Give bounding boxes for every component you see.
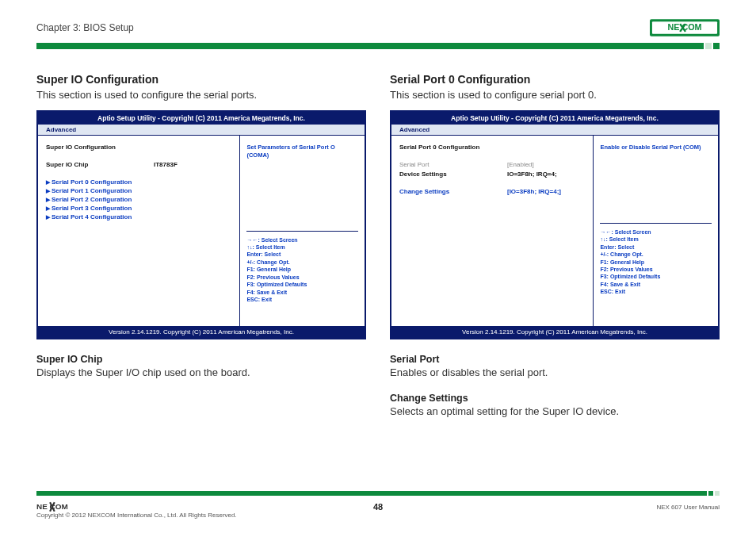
- key-hint: F1: General Help: [600, 259, 712, 266]
- triangle-icon: ▶: [46, 197, 50, 203]
- bios-right-pane: Enable or Disable Serial Port (COM) →←: …: [594, 136, 718, 326]
- key-hint: F2: Previous Values: [600, 266, 712, 273]
- bios-section-title: Super IO Configuration: [46, 144, 154, 151]
- bios-body: Super IO Configuration Super IO Chip IT8…: [38, 136, 365, 326]
- nav-serial-port-4[interactable]: ▶Serial Port 4 Configuration: [46, 213, 231, 220]
- device-settings-value: IO=3F8h; IRQ=4;: [507, 171, 585, 178]
- bios-tab-advanced[interactable]: Advanced: [395, 125, 434, 135]
- key-hint: →←: Select Screen: [600, 228, 712, 236]
- bios-left-pane: Super IO Configuration Super IO Chip IT8…: [38, 136, 240, 326]
- sub-text: Selects an optimal setting for the Super…: [390, 405, 720, 417]
- left-title: Super IO Configuration: [36, 73, 366, 86]
- bios-tab-advanced[interactable]: Advanced: [41, 125, 81, 135]
- footer-rule: [36, 491, 720, 497]
- bios-left-pane: Serial Port 0 Configuration Serial Port …: [391, 136, 594, 326]
- right-intro: This section is used to configure serial…: [390, 89, 720, 101]
- bios-footer: Version 2.14.1219. Copyright (C) 2011 Am…: [38, 326, 365, 338]
- triangle-icon: ▶: [46, 205, 50, 212]
- key-hint: +/-: Change Opt.: [600, 251, 712, 258]
- right-title: Serial Port 0 Configuration: [390, 73, 720, 86]
- key-hint: ESC: Exit: [246, 296, 358, 303]
- sub-title: Change Settings: [390, 393, 720, 404]
- bios-tabs: Advanced: [391, 125, 718, 136]
- sub-text: Enables or disables the serial port.: [390, 366, 720, 378]
- nav-label: Serial Port 0 Configuration: [52, 178, 132, 186]
- nav-label: Serial Port 4 Configuration: [52, 213, 132, 220]
- sub-title: Super IO Chip: [36, 354, 366, 365]
- key-hint: ↑↓: Select Item: [600, 236, 712, 243]
- left-column: Super IO Configuration This section is u…: [36, 73, 366, 417]
- key-hint: F3: Optimized Defaults: [246, 281, 358, 288]
- nav-serial-port-2[interactable]: ▶Serial Port 2 Configuration: [46, 196, 231, 203]
- key-hint: F1: General Help: [246, 266, 358, 273]
- key-hint: F3: Optimized Defaults: [600, 273, 712, 280]
- right-sub-2: Change Settings Selects an optimal setti…: [390, 393, 720, 417]
- chapter-label: Chapter 3: BIOS Setup: [36, 22, 134, 33]
- nav-serial-port-0[interactable]: ▶Serial Port 0 Configuration: [46, 178, 231, 186]
- page: Chapter 3: BIOS Setup NE COM Super IO Co…: [0, 0, 756, 533]
- bios-section-title: Serial Port 0 Configuration: [399, 144, 507, 151]
- page-footer: NE COM 48 NEX 607 User Manual Copyright …: [36, 491, 720, 519]
- manual-name: NEX 607 User Manual: [656, 504, 720, 511]
- serial-port-label: Serial Port: [399, 161, 507, 168]
- sub-text: Displays the Super I/O chip used on the …: [36, 366, 366, 378]
- key-hint: F4: Save & Exit: [600, 281, 712, 288]
- nav-serial-port-3[interactable]: ▶Serial Port 3 Configuration: [46, 205, 231, 212]
- nav-label: Serial Port 2 Configuration: [52, 196, 132, 203]
- top-bar: Chapter 3: BIOS Setup NE COM: [36, 17, 720, 38]
- bios-help-text: Set Parameters of Serial Port O (COMA): [246, 144, 358, 159]
- triangle-icon: ▶: [46, 214, 50, 220]
- header-rule: [36, 43, 720, 54]
- bios-panel-superio: Aptio Setup Utility - Copyright (C) 2011…: [36, 110, 366, 339]
- bios-key-help: →←: Select Screen ↑↓: Select Item Enter:…: [246, 231, 358, 304]
- key-hint: →←: Select Screen: [246, 236, 358, 243]
- bios-body: Serial Port 0 Configuration Serial Port …: [391, 136, 718, 326]
- left-sub-1: Super IO Chip Displays the Super I/O chi…: [36, 354, 366, 378]
- bios-footer: Version 2.14.1219. Copyright (C) 2011 Am…: [391, 326, 718, 338]
- bios-header: Aptio Setup Utility - Copyright (C) 2011…: [38, 112, 365, 125]
- key-hint: +/-: Change Opt.: [246, 259, 358, 266]
- change-settings-value[interactable]: [IO=3F8h; IRQ=4;]: [507, 188, 585, 195]
- chip-value: IT8783F: [154, 161, 231, 168]
- page-number: 48: [373, 502, 383, 512]
- bios-header: Aptio Setup Utility - Copyright (C) 2011…: [391, 112, 718, 125]
- nav-label: Serial Port 1 Configuration: [52, 187, 132, 194]
- nav-serial-port-1[interactable]: ▶Serial Port 1 Configuration: [46, 187, 231, 194]
- bios-help-text: Enable or Disable Serial Port (COM): [600, 144, 712, 151]
- bios-panel-serial0: Aptio Setup Utility - Copyright (C) 2011…: [390, 110, 720, 339]
- bios-key-help: →←: Select Screen ↑↓: Select Item Enter:…: [600, 223, 712, 296]
- key-hint: Enter: Select: [246, 251, 358, 258]
- bios-right-pane: Set Parameters of Serial Port O (COMA) →…: [240, 136, 365, 326]
- key-hint: ↑↓: Select Item: [246, 243, 358, 251]
- nexcom-logo: NE COM: [650, 19, 720, 36]
- right-column: Serial Port 0 Configuration This section…: [390, 73, 720, 417]
- bios-tabs: Advanced: [38, 125, 365, 136]
- sub-title: Serial Port: [390, 354, 720, 365]
- right-sub-1: Serial Port Enables or disables the seri…: [390, 354, 720, 378]
- main-content: Super IO Configuration This section is u…: [36, 73, 720, 417]
- serial-port-value[interactable]: [Enabled]: [507, 161, 585, 168]
- copyright-text: Copyright © 2012 NEXCOM International Co…: [36, 512, 237, 519]
- triangle-icon: ▶: [46, 188, 50, 194]
- chip-label: Super IO Chip: [46, 161, 154, 168]
- nav-label: Serial Port 3 Configuration: [52, 205, 132, 212]
- key-hint: Enter: Select: [600, 243, 712, 251]
- left-intro: This section is used to configure the se…: [36, 89, 366, 101]
- triangle-icon: ▶: [46, 179, 50, 186]
- device-settings-label: Device Settings: [399, 171, 507, 178]
- key-hint: F2: Previous Values: [246, 274, 358, 281]
- change-settings-label: Change Settings: [399, 188, 507, 195]
- key-hint: ESC: Exit: [600, 288, 712, 295]
- key-hint: F4: Save & Exit: [246, 289, 358, 296]
